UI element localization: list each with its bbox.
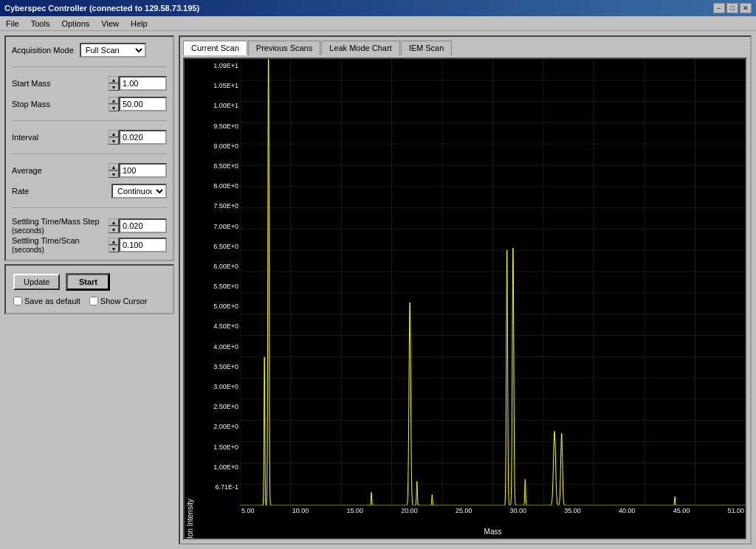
chart-canvas [240,59,746,505]
y-axis-label: Ion Intensity [185,59,196,539]
acquisition-mode-label: Acquisition Mode [12,46,74,55]
button-row: Update Start [13,273,165,291]
stop-mass-input[interactable] [119,97,167,111]
settling-mass-sublabel: (seconds) [12,227,44,235]
settling-mass-arrows: ▲ ▼ [109,218,119,233]
main-content: Acquisition Mode Full Scan SIM SRM Start… [0,31,756,549]
chart-inner: Ion Intensity 1.09E+1 1.05E+1 1.00E+1 9.… [185,59,746,539]
settling-scan-down[interactable]: ▼ [109,245,119,252]
settling-scan-arrows: ▲ ▼ [109,238,119,252]
rate-row: Rate Continuous Fixed [12,184,167,198]
average-arrows: ▲ ▼ [109,163,119,178]
settling-scan-sublabel: (seconds) [12,246,44,254]
chart-container: Ion Intensity 1.09E+1 1.05E+1 1.00E+1 9.… [183,58,747,540]
interval-spinner: ▲ ▼ [109,130,167,145]
interval-up[interactable]: ▲ [109,130,119,137]
stop-mass-spinner: ▲ ▼ [109,97,167,111]
acquisition-mode-select[interactable]: Full Scan SIM SRM [80,43,146,58]
average-spinner: ▲ ▼ [109,163,167,178]
update-button[interactable]: Update [13,274,60,290]
rate-select[interactable]: Continuous Fixed [111,184,167,198]
tab-previous-scans[interactable]: Previous Scans [248,41,320,55]
show-cursor-label: Show Cursor [100,297,148,305]
menu-view[interactable]: View [98,18,122,29]
settings-group: Acquisition Mode Full Scan SIM SRM Start… [4,35,174,261]
show-cursor-checkbox[interactable] [89,297,98,305]
stop-mass-row: Stop Mass ▲ ▼ [12,97,167,111]
interval-arrows: ▲ ▼ [109,130,119,145]
start-mass-spinner: ▲ ▼ [109,76,167,91]
start-mass-input[interactable] [119,76,167,91]
settling-mass-up[interactable]: ▲ [109,218,119,226]
window-title: Cyberspec Controller (connected to 129.5… [4,4,199,13]
start-mass-label: Start Mass [12,79,51,88]
checkbox-row: Save as default Show Cursor [13,297,165,305]
start-mass-down[interactable]: ▼ [109,83,119,91]
settling-mass-input[interactable] [119,218,167,233]
chart-canvas-area [240,59,746,505]
save-default-checkbox-item[interactable]: Save as default [13,297,80,305]
start-mass-up[interactable]: ▲ [109,76,119,83]
rate-label: Rate [12,187,29,196]
average-up[interactable]: ▲ [109,163,119,170]
window-controls: − □ ✕ [713,3,752,13]
bottom-panel: Update Start Save as default Show Cursor [4,264,174,314]
stop-mass-up[interactable]: ▲ [109,97,119,104]
menu-help[interactable]: Help [128,18,151,29]
stop-mass-label: Stop Mass [12,100,50,108]
menu-tools[interactable]: Tools [28,18,53,29]
interval-label: Interval [12,133,38,142]
chart-plot-area: 1.09E+1 1.05E+1 1.00E+1 9.50E+0 9.00E+0 … [196,59,746,505]
interval-row: Interval ▲ ▼ [12,130,167,145]
settling-scan-up[interactable]: ▲ [109,238,119,245]
tab-bar: Current Scan Previous Scans Leak Mode Ch… [180,37,750,55]
tab-leak-mode-chart[interactable]: Leak Mode Chart [321,41,399,55]
settling-scan-label: Settling Time/Scan [12,236,80,245]
menu-bar: File Tools Options View Help [0,16,756,31]
stop-mass-down[interactable]: ▼ [109,104,119,111]
x-axis-title: Mass [196,528,746,539]
tab-iem-scan[interactable]: IEM Scan [401,41,453,55]
acquisition-mode-row: Acquisition Mode Full Scan SIM SRM [12,43,167,58]
right-panel: Current Scan Previous Scans Leak Mode Ch… [179,35,752,545]
left-panel: Acquisition Mode Full Scan SIM SRM Start… [4,35,174,545]
chart-body: 1.09E+1 1.05E+1 1.00E+1 9.50E+0 9.00E+0 … [196,59,746,539]
show-cursor-checkbox-item[interactable]: Show Cursor [89,297,148,305]
stop-mass-arrows: ▲ ▼ [109,97,119,111]
x-axis-labels: 5.00 10.00 15.00 20.00 25.00 30.00 35.00… [240,507,746,514]
interval-input[interactable] [119,130,167,145]
settling-mass-spinner: ▲ ▼ [109,218,167,233]
average-row: Average ▲ ▼ [12,163,167,178]
save-default-label: Save as default [24,297,80,305]
start-button[interactable]: Start [66,273,110,291]
x-axis: 5.00 10.00 15.00 20.00 25.00 30.00 35.00… [196,505,746,528]
settling-scan-spinner: ▲ ▼ [109,238,167,252]
average-down[interactable]: ▼ [109,170,119,178]
minimize-button[interactable]: − [713,3,725,13]
maximize-button[interactable]: □ [726,3,738,13]
settling-scan-input[interactable] [119,238,167,252]
save-default-checkbox[interactable] [13,297,22,305]
tab-current-scan[interactable]: Current Scan [183,41,247,55]
average-label: Average [12,166,42,175]
settling-mass-label: Settling Time/Mass Step [12,217,100,226]
start-mass-row: Start Mass ▲ ▼ [12,76,167,91]
settling-mass-down[interactable]: ▼ [109,226,119,233]
interval-down[interactable]: ▼ [109,137,119,145]
average-input[interactable] [119,163,167,178]
menu-options[interactable]: Options [58,18,92,29]
settling-scan-row: Settling Time/Scan (seconds) ▲ ▼ [12,236,167,254]
menu-file[interactable]: File [3,18,22,29]
start-mass-arrows: ▲ ▼ [109,76,119,91]
title-bar: Cyberspec Controller (connected to 129.5… [0,0,756,16]
settling-mass-row: Settling Time/Mass Step (seconds) ▲ ▼ [12,217,167,235]
close-button[interactable]: ✕ [740,3,752,13]
y-axis-ticks: 1.09E+1 1.05E+1 1.00E+1 9.50E+0 9.00E+0 … [196,59,240,505]
